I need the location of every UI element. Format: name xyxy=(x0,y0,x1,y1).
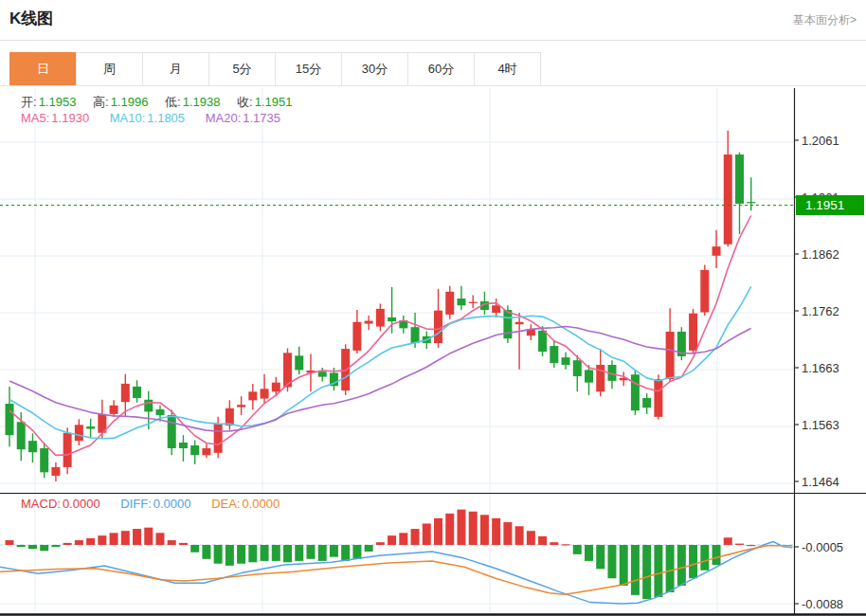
macd-bar xyxy=(480,515,489,545)
current-price-badge-text: 1.1951 xyxy=(805,198,844,212)
tab-period-6[interactable]: 60分 xyxy=(407,52,475,86)
y-axis-label: 1.2061 xyxy=(802,134,839,148)
macd-axis-label: -0.0005 xyxy=(802,540,843,554)
candle-body xyxy=(376,309,385,327)
candle-body xyxy=(631,374,640,410)
candle-body xyxy=(469,302,478,303)
tab-period-3[interactable]: 5分 xyxy=(208,52,276,86)
candle-body xyxy=(445,292,454,315)
macd-bar xyxy=(445,514,454,545)
macd-bar xyxy=(17,545,26,547)
candle-body xyxy=(51,467,60,476)
candle-body xyxy=(40,448,48,472)
macd-bar xyxy=(747,545,755,546)
candle-body xyxy=(214,424,223,453)
macd-bar xyxy=(399,533,407,545)
macd-bar xyxy=(654,545,662,597)
macd-bar xyxy=(434,518,442,545)
macd-bar xyxy=(98,535,106,545)
candle-body xyxy=(17,422,26,449)
candle-body xyxy=(654,379,662,417)
macd-bar xyxy=(226,545,234,566)
candle-body xyxy=(700,270,709,313)
macd-bar xyxy=(423,523,431,545)
macd-bar xyxy=(133,529,141,545)
macd-bar xyxy=(620,545,628,586)
page-title: K线图 xyxy=(9,8,53,29)
macd-bar xyxy=(388,535,396,545)
candle-body xyxy=(538,331,547,352)
macd-bar xyxy=(86,538,95,545)
macd-bar xyxy=(527,531,535,545)
candle-body xyxy=(237,405,245,407)
tab-period-4[interactable]: 15分 xyxy=(275,52,342,86)
y-axis-label: 1.1663 xyxy=(802,361,839,375)
candle-body xyxy=(6,404,14,435)
ma10-value: 1.1805 xyxy=(147,111,185,125)
ma20-value: 1.1735 xyxy=(243,111,280,125)
candle-body xyxy=(75,425,83,441)
candle-body xyxy=(713,246,721,256)
tab-period-7[interactable]: 4时 xyxy=(474,52,541,86)
tab-period-2[interactable]: 月 xyxy=(142,52,209,86)
macd-bar xyxy=(689,545,697,578)
tab-period-5[interactable]: 30分 xyxy=(341,52,408,86)
period-tab-bar: 日周月5分15分30分60分4时 xyxy=(9,52,541,86)
candle-body xyxy=(190,445,199,455)
macd-bar xyxy=(341,545,350,561)
macd-bar xyxy=(515,526,524,545)
macd-bar xyxy=(492,518,500,545)
open-value: 1.1953 xyxy=(39,95,77,109)
diff-label: DIFF: xyxy=(120,497,152,511)
macd-bar xyxy=(75,540,83,545)
tab-period-0[interactable]: 日 xyxy=(9,52,77,86)
diff-value: 0.0000 xyxy=(153,497,191,511)
macd-bar xyxy=(40,545,48,551)
ohlc-readout: 开:1.1953 高:1.1996 低:1.1938 收:1.1951 xyxy=(21,94,305,111)
macd-bar xyxy=(376,542,385,545)
candle-body xyxy=(144,400,153,412)
macd-bar xyxy=(155,533,164,545)
macd-bar xyxy=(724,537,732,545)
macd-bar xyxy=(168,540,176,545)
fundamental-analysis-link[interactable]: 基本面分析> xyxy=(793,12,857,28)
candle-body xyxy=(735,154,744,204)
candle-body xyxy=(747,202,755,203)
dea-value: 0.0000 xyxy=(243,497,280,511)
macd-bar xyxy=(283,545,292,562)
macd-bar xyxy=(179,543,188,545)
ma5-label: MA5: xyxy=(21,111,49,125)
open-label: 开: xyxy=(21,95,37,109)
close-label: 收: xyxy=(237,95,253,109)
candle-body xyxy=(573,360,582,376)
macd-axis-label: -0.0088 xyxy=(802,597,843,611)
macd-bar xyxy=(562,544,570,545)
macd-value: 0.0000 xyxy=(63,497,100,511)
macd-bar xyxy=(63,543,72,545)
macd-bar xyxy=(365,545,373,552)
candle-body xyxy=(492,305,500,313)
macd-bar xyxy=(457,510,465,545)
y-axis-label: 1.1762 xyxy=(802,304,839,318)
macd-bar xyxy=(261,545,269,561)
macd-bar xyxy=(295,545,303,561)
macd-bar xyxy=(352,545,361,559)
candle-body xyxy=(28,441,37,452)
ma20-line xyxy=(9,327,751,432)
candle-body xyxy=(550,346,558,363)
tab-period-1[interactable]: 周 xyxy=(76,52,143,86)
macd-bar xyxy=(6,540,14,545)
candle-body xyxy=(562,357,570,365)
candle-body xyxy=(272,383,280,392)
macd-bar xyxy=(573,545,582,554)
y-axis-label: 1.1464 xyxy=(802,475,839,489)
kline-page: K线图 基本面分析> 日周月5分15分30分60分4时 1.20611.1961… xyxy=(0,0,866,616)
ma5-value: 1.1930 xyxy=(51,111,89,125)
header-divider xyxy=(0,40,866,41)
macd-label: MACD: xyxy=(21,497,61,511)
candle-body xyxy=(110,406,118,414)
macd-bar xyxy=(538,536,547,545)
macd-bar xyxy=(202,545,210,559)
candle-body xyxy=(86,426,95,428)
candle-body xyxy=(642,398,651,408)
